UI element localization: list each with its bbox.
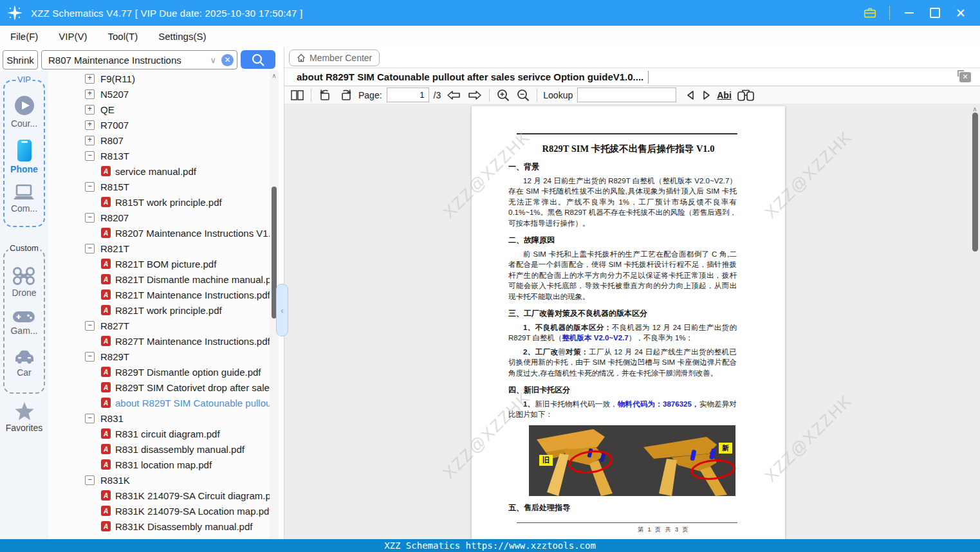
expander-icon[interactable]: − (85, 321, 95, 331)
collapse-panel-handle[interactable]: ‹ (276, 284, 288, 336)
search-button[interactable] (241, 50, 275, 69)
sidebar-item-course[interactable]: Cour... (11, 95, 37, 129)
rotate-left-icon[interactable] (317, 88, 333, 102)
sidebar-item-computer[interactable]: Com... (11, 184, 37, 214)
tree-file[interactable]: R815T work principle.pdf (48, 194, 270, 210)
document-tab[interactable]: about R829T SIM Catounable pullout after… (297, 71, 648, 82)
expander-icon[interactable]: + (85, 74, 95, 84)
tree-folder[interactable]: +F9(R11) (48, 71, 270, 86)
pdf-scrollbar-thumb[interactable] (972, 113, 978, 252)
old-tray-label: 旧 (539, 455, 553, 466)
tree-file[interactable]: R821T Maintenance Instructions.pdf (48, 287, 270, 302)
clear-search-icon[interactable]: ✕ (221, 54, 234, 66)
tree-folder[interactable]: −R829T (48, 349, 270, 364)
tree-label: R831 location map.pdf (115, 459, 212, 470)
close-button[interactable]: ✕ (954, 6, 967, 19)
scroll-up-icon[interactable]: ∧ (970, 106, 979, 113)
pdf-scrollbar[interactable]: ∧ (970, 104, 979, 538)
paragraph: 1、新旧卡托物料代码一致，物料代码为：3876325，实物差异对比图片如下： (508, 399, 737, 420)
new-tray-label: 新 (719, 443, 732, 454)
sidebar-item-game[interactable]: Gam... (10, 310, 37, 336)
drone-label: Drone (12, 288, 36, 298)
tree-folder[interactable]: +R7007 (48, 117, 270, 133)
expander-icon[interactable]: − (85, 182, 95, 192)
tree-label: R821T Maintenance Instructions.pdf (115, 290, 270, 300)
expander-icon[interactable]: − (85, 352, 95, 362)
expander-icon[interactable]: + (85, 136, 95, 145)
search-input[interactable]: R807 Maintenance Instructions (42, 55, 210, 66)
search-combobox[interactable]: R807 Maintenance Instructions ∨ ✕ (41, 50, 237, 69)
expander-icon[interactable]: − (85, 151, 95, 161)
search-icon (251, 53, 265, 67)
expander-icon[interactable]: − (85, 414, 95, 423)
tree-file[interactable]: R831 disassembly manual.pdf (48, 441, 270, 457)
tree-folder[interactable]: +QE (48, 102, 270, 117)
tree-folder[interactable]: −R8207 (48, 210, 270, 225)
computer-label: Com... (11, 203, 37, 214)
tree-file[interactable]: R8207 Maintenance Instructions V1.0 (48, 225, 270, 241)
zoom-in-icon[interactable] (495, 88, 511, 102)
tree-folder[interactable]: −R813T (48, 148, 270, 163)
member-center-button[interactable]: Member Center (289, 50, 380, 66)
tree-file[interactable]: R821T BOM picture.pdf (48, 256, 270, 271)
section-heading: 二、故障原因 (508, 235, 737, 246)
tree-file[interactable]: service manual.pdf (48, 163, 270, 179)
vip-group-label: VIP (15, 75, 33, 84)
menu-file[interactable]: File(F) (10, 31, 38, 42)
tree-folder[interactable]: −R831K (48, 472, 270, 488)
tree-folder[interactable]: −R821T (48, 241, 270, 256)
tree-folder[interactable]: −R815T (48, 179, 270, 194)
tree-file[interactable]: R821T Dismantle machine manual.pdf (48, 271, 270, 287)
pdf-file-icon (101, 259, 111, 269)
expander-icon[interactable]: + (85, 105, 95, 115)
find-next-icon[interactable] (701, 88, 712, 102)
tree-folder[interactable]: +R807 (48, 133, 270, 148)
find-previous-icon[interactable] (685, 88, 696, 102)
text-select-tool[interactable]: Abi (717, 90, 732, 100)
menu-vip[interactable]: VIP(V) (59, 31, 87, 42)
expander-icon[interactable]: + (85, 89, 95, 99)
sidebar-item-phone[interactable]: Phone (10, 139, 38, 174)
rotate-right-icon[interactable] (338, 88, 354, 102)
tree-file-selected[interactable]: about R829T SIM Catounable pullout (48, 395, 270, 410)
expander-icon[interactable]: + (85, 120, 95, 130)
tree-file[interactable]: R831K 214079-SA Circuit diagram.pdf (48, 488, 270, 503)
two-page-view-icon[interactable] (290, 88, 305, 102)
tree-file[interactable]: R831K 214079-SA Location map.pdf (48, 503, 270, 519)
pdf-file-icon (101, 197, 111, 207)
expander-icon[interactable]: − (85, 213, 95, 223)
sidebar-item-drone[interactable]: Drone (12, 266, 36, 298)
next-page-icon[interactable] (467, 88, 483, 102)
previous-page-icon[interactable] (445, 88, 462, 102)
tree-file[interactable]: R829T Dismantle option guide.pdf (48, 364, 270, 380)
minimize-button[interactable] (903, 6, 916, 19)
page-number-input[interactable] (387, 87, 429, 102)
maximize-button[interactable] (929, 6, 941, 19)
tree-folder[interactable]: −R831 (48, 410, 270, 426)
lookup-input[interactable] (577, 87, 676, 102)
sidebar-item-car[interactable]: Car (13, 349, 36, 378)
tree-file[interactable]: R827T Maintenance Instructions.pdf (48, 333, 270, 349)
tree-file[interactable]: R831 circuit diagram.pdf (48, 426, 270, 441)
close-document-icon[interactable]: ✕ (959, 72, 971, 82)
tree-folder[interactable]: +N5207 (48, 86, 270, 102)
tree-file[interactable]: R831K Disassembly manual.pdf (48, 519, 270, 534)
zoom-out-icon[interactable] (515, 88, 531, 102)
expander-icon[interactable]: − (85, 244, 95, 253)
menu-tool[interactable]: Tool(T) (108, 31, 138, 42)
chevron-down-icon[interactable]: ∨ (210, 55, 216, 65)
pdf-file-icon (101, 367, 111, 377)
menu-settings[interactable]: Settings(S) (158, 31, 206, 42)
tree-folder[interactable]: −R827T (48, 318, 270, 333)
shrink-button[interactable]: Shrink (3, 50, 38, 69)
expander-icon[interactable]: − (85, 475, 95, 485)
tray-comparison-figure: 旧 新 (529, 425, 735, 496)
tree-file[interactable]: R831 location map.pdf (48, 457, 270, 472)
material-code: 物料代码为：3876325， (618, 400, 699, 408)
sidebar-item-favorites[interactable]: Favorites (0, 401, 48, 433)
split-view-icon[interactable] (736, 88, 755, 102)
tree-file[interactable]: R829T SIM Catorivet drop after sales (48, 380, 270, 395)
scroll-up-icon[interactable]: ∧ (270, 72, 279, 79)
tree-file[interactable]: R821T work principle.pdf (48, 302, 270, 318)
vip-briefcase-icon[interactable] (864, 6, 876, 19)
